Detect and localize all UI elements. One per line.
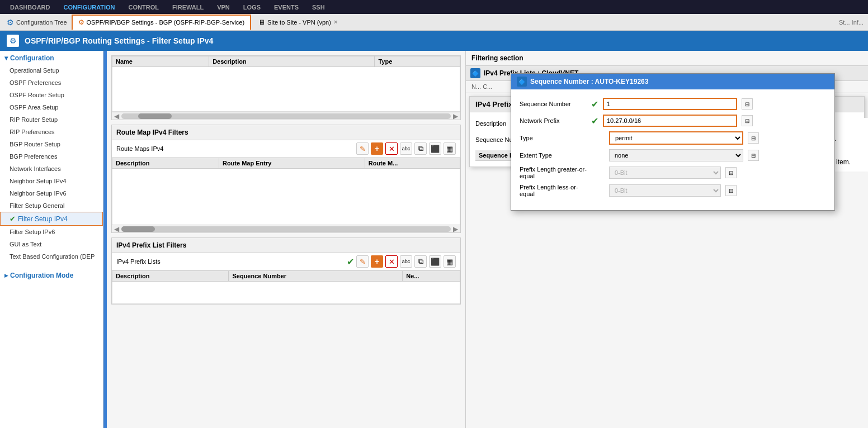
seq-dialog-header: 🔷 Sequence Number : AUTO-KEY19263 [511, 74, 834, 89]
status-info: St... Inf... [834, 17, 868, 28]
seq-dialog-title: Sequence Number : AUTO-KEY19263 [530, 78, 648, 85]
nav-item-configuration[interactable]: CONFIGURATION [58, 3, 121, 12]
sidebar-config-section[interactable]: ▾ Configuration [0, 51, 103, 64]
sidebar-item-neighbor-ipv6[interactable]: Neighbor Setup IPv6 [0, 187, 103, 199]
nav-item-dashboard[interactable]: DASHBOARD [4, 3, 56, 12]
route-map-header: Route Map IPv4 Filters [112, 125, 460, 140]
export-route-map-btn[interactable]: ⬛ [429, 142, 441, 155]
sidebar-item-rip-preferences[interactable]: RIP Preferences [0, 126, 103, 138]
network-prefix-copy-btn[interactable]: ⊟ [742, 115, 753, 126]
route-map-section: Route Map IPv4 Filters Route Maps IPv4 ✎… [111, 125, 461, 233]
edit-route-map-btn[interactable]: ✎ [356, 142, 369, 155]
seq-dialog-body: Sequence Number ✔ ⊟ Network Prefix ✔ ⊟ T… [511, 89, 834, 210]
prefix-col-seq: Sequence Number [229, 271, 403, 282]
rename-route-map-btn[interactable]: abc [400, 142, 412, 155]
sidebar: ▾ Configuration Operational Setup OSPF P… [0, 51, 103, 428]
prefix-list-cloud-icon: 🔷 [470, 68, 480, 78]
edit-prefix-btn[interactable]: ✎ [356, 255, 369, 268]
route-map-scrollbar[interactable]: ◀ ▶ [112, 225, 460, 232]
sidebar-item-bgp-preferences[interactable]: BGP Preferences [0, 150, 103, 163]
top-navigation: DASHBOARD CONFIGURATION CONTROL FIREWALL… [0, 0, 868, 14]
prefix-col-ne: Ne... [403, 271, 460, 282]
extent-type-copy-btn[interactable]: ⊟ [748, 150, 759, 161]
add-prefix-btn[interactable]: + [371, 255, 383, 268]
sidebar-item-operational-setup[interactable]: Operational Setup [0, 64, 103, 77]
copy-prefix-btn[interactable]: ⧉ [414, 255, 427, 268]
tab-vpn-label: Site to Site - VPN (vpn) [267, 19, 331, 26]
col-header-name: Name [112, 56, 209, 67]
filtering-section-label: Filtering section [466, 51, 868, 66]
sidebar-item-text-config[interactable]: Text Based Configuration (DEP [0, 250, 103, 263]
network-prefix-input[interactable] [603, 115, 737, 127]
route-maps-label: Route Maps IPv4 [116, 145, 354, 152]
scroll-right-icon[interactable]: ▶ [453, 112, 458, 120]
type-copy-btn[interactable]: ⊟ [748, 132, 759, 144]
type-row: Type permit deny ⊟ [520, 131, 826, 145]
more-route-map-btn[interactable]: ▦ [444, 142, 456, 155]
network-prefix-row: Network Prefix ✔ ⊟ [520, 115, 826, 127]
route-map-col-entry: Route Map Entry [219, 158, 365, 169]
prefix-ge-copy-btn[interactable]: ⊟ [725, 167, 737, 178]
sidebar-item-rip-router-setup[interactable]: RIP Router Setup [0, 113, 103, 126]
scroll-left-icon[interactable]: ◀ [114, 112, 119, 120]
rename-prefix-btn[interactable]: abc [400, 255, 412, 268]
route-map-col-desc: Description [112, 158, 219, 169]
upper-table-section: Name Description Type ◀ ▶ [111, 55, 461, 120]
scroll-left-route[interactable]: ◀ [114, 225, 119, 233]
delete-prefix-btn[interactable]: ✕ [385, 255, 398, 268]
seq-num-copy-btn[interactable]: ⊟ [742, 98, 753, 110]
nav-item-firewall[interactable]: FIREWALL [167, 3, 209, 12]
nav-item-logs[interactable]: LOGS [238, 3, 266, 12]
sidebar-item-neighbor-ipv4[interactable]: Neighbor Setup IPv4 [0, 175, 103, 187]
tab-ospf-bgp[interactable]: ⚙ OSPF/RIP/BGP Settings - BGP (OSPF-RIP-… [72, 15, 252, 30]
network-prefix-label: Network Prefix [520, 117, 587, 124]
col-header-type: Type [375, 56, 460, 67]
upper-data-table: Name Description Type [112, 56, 460, 112]
prefix-ge-row: Prefix Length greater-or-equal 0-Bit ⊟ [520, 166, 826, 179]
close-tab-vpn[interactable]: ✕ [333, 19, 338, 25]
sidebar-item-ospf-area-setup[interactable]: OSPF Area Setup [0, 101, 103, 113]
seq-num-input[interactable] [603, 98, 737, 110]
sidebar-item-network-interfaces[interactable]: Network Interfaces [0, 163, 103, 175]
sidebar-item-filter-ipv6[interactable]: Filter Setup IPv6 [0, 226, 103, 238]
export-prefix-btn[interactable]: ⬛ [429, 255, 441, 268]
nav-item-control[interactable]: CONTROL [123, 3, 164, 12]
nav-item-vpn[interactable]: VPN [211, 3, 235, 12]
prefix-list-check-icon: ✔ [347, 256, 354, 267]
sequence-number-dialog: 🔷 Sequence Number : AUTO-KEY19263 Sequen… [511, 73, 835, 211]
nav-item-events[interactable]: EVENTS [268, 3, 304, 12]
add-route-map-btn[interactable]: + [371, 142, 383, 155]
sidebar-item-ospf-preferences[interactable]: OSPF Preferences [0, 77, 103, 89]
tab-configuration-tree[interactable]: ⚙ Configuration Tree [2, 16, 72, 29]
prefix-le-copy-btn[interactable]: ⊟ [725, 185, 737, 196]
extent-type-select[interactable]: none [609, 149, 743, 161]
type-select[interactable]: permit deny [609, 131, 743, 145]
sidebar-item-filter-ipv4[interactable]: ✔ Filter Setup IPv4 [0, 212, 103, 226]
sidebar-item-bgp-router-setup[interactable]: BGP Router Setup [0, 138, 103, 150]
copy-route-map-btn[interactable]: ⧉ [414, 142, 427, 155]
prefix-list-table: Description Sequence Number Ne... [112, 270, 460, 304]
tab-vpn-icon: 🖥 [258, 18, 265, 26]
right-panel: Filtering section 🔷 IPv4 Prefix Lists : … [465, 51, 868, 428]
type-label: Type [520, 135, 587, 141]
prefix-le-select[interactable]: 0-Bit [609, 184, 721, 197]
scroll-right-route[interactable]: ▶ [453, 225, 458, 233]
chevron-down-icon: ▾ [4, 54, 8, 62]
nav-item-ssh[interactable]: SSH [306, 3, 331, 12]
prefix-ge-select[interactable]: 0-Bit [609, 167, 721, 179]
delete-route-map-btn[interactable]: ✕ [385, 142, 398, 155]
seq-num-check: ✔ [591, 99, 598, 110]
sidebar-item-filter-general[interactable]: Filter Setup General [0, 199, 103, 212]
tab-bar: ⚙ Configuration Tree ⚙ OSPF/RIP/BGP Sett… [0, 14, 868, 31]
extent-type-label: Extent Type [520, 152, 587, 159]
tab-site-to-site[interactable]: 🖥 Site to Site - VPN (vpn) ✕ [252, 15, 344, 30]
page-header: ⚙ OSPF/RIP/BGP Routing Settings - Filter… [0, 31, 868, 51]
tab-ospf-label: OSPF/RIP/BGP Settings - BGP (OSPF-RIP-BG… [87, 19, 245, 26]
sidebar-item-ospf-router-setup[interactable]: OSPF Router Setup [0, 89, 103, 101]
upper-table-scrollbar[interactable]: ◀ ▶ [112, 112, 460, 120]
h-scrollbar-route[interactable] [121, 226, 451, 232]
more-prefix-btn[interactable]: ▦ [444, 255, 456, 268]
h-scrollbar-upper[interactable] [121, 113, 451, 119]
sidebar-config-mode-section[interactable]: ▸ Configuration Mode [0, 268, 103, 282]
sidebar-item-gui-text[interactable]: GUI as Text [0, 238, 103, 250]
